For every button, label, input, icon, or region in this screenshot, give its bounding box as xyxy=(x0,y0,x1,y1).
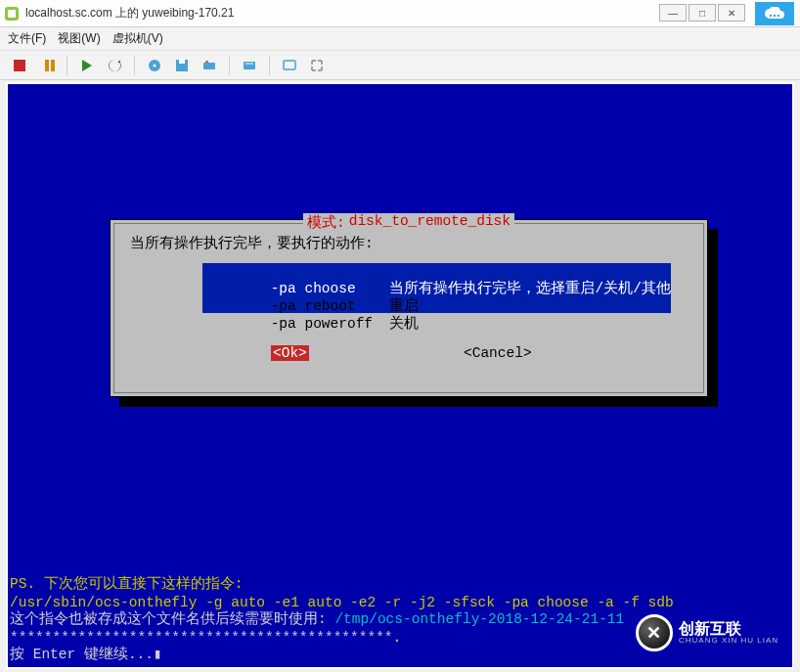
menubar: 文件(F) 视图(W) 虚拟机(V) xyxy=(0,27,800,51)
window-titlebar: localhost.sc.com 上的 yuweibing-170.21 — □… xyxy=(0,0,800,27)
svg-point-6 xyxy=(154,64,156,67)
toolbar-sep xyxy=(269,56,270,75)
watermark-en: CHUANG XIN HU LIAN xyxy=(679,637,778,646)
snapshot-icon xyxy=(242,58,257,73)
cancel-button[interactable]: <Cancel> xyxy=(462,345,534,361)
menu-vm[interactable]: 虚拟机(V) xyxy=(112,30,163,47)
dialog-title-label: 模式: xyxy=(307,213,345,232)
option-desc: 当所有操作执行完毕，选择重启/关机/其他 xyxy=(389,281,670,296)
pause-button[interactable] xyxy=(35,54,59,77)
svg-rect-10 xyxy=(205,61,208,64)
nic-icon xyxy=(201,58,217,73)
option-desc: 关机 xyxy=(389,316,419,332)
refresh-icon xyxy=(107,58,122,73)
terminal-command: /usr/sbin/ocs-onthefly -g auto -e1 auto … xyxy=(10,595,674,610)
toolbar-sep xyxy=(229,56,230,75)
option-flag: -pa poweroff xyxy=(271,316,373,332)
vm-console[interactable]: 模式: disk_to_remote_disk 当所有操作执行完毕，要执行的动作… xyxy=(6,82,794,669)
dialog-title-value: disk_to_remote_disk xyxy=(349,213,511,232)
watermark-cn: 创新互联 xyxy=(679,620,778,638)
pause-icon xyxy=(45,60,49,71)
stop-button[interactable] xyxy=(8,54,31,77)
watermark-logo-icon: ✕ xyxy=(636,614,673,651)
play-icon xyxy=(82,60,92,71)
floppy-button[interactable] xyxy=(170,54,194,77)
dialog-box: 模式: disk_to_remote_disk 当所有操作执行完毕，要执行的动作… xyxy=(110,219,708,397)
svg-rect-1 xyxy=(8,10,16,18)
cloud-sync-icon[interactable] xyxy=(755,2,794,25)
toolbar-sep xyxy=(67,56,67,75)
maximize-button[interactable]: □ xyxy=(689,4,716,22)
terminal-hint: PS. 下次您可以直接下这样的指令: xyxy=(10,574,244,593)
terminal-stars: ****************************************… xyxy=(10,630,401,646)
window-title: localhost.sc.com 上的 yuweibing-170.21 xyxy=(25,5,234,22)
dialog-title: 模式: disk_to_remote_disk xyxy=(303,213,514,232)
svg-rect-9 xyxy=(203,63,215,69)
svg-rect-8 xyxy=(179,60,185,64)
svg-point-4 xyxy=(778,15,779,17)
minimize-button[interactable]: — xyxy=(659,4,687,22)
stop-icon xyxy=(14,60,25,71)
refresh-button[interactable] xyxy=(103,54,126,77)
menu-view[interactable]: 视图(W) xyxy=(58,30,100,47)
dialog-border: 模式: disk_to_remote_disk 当所有操作执行完毕，要执行的动作… xyxy=(113,223,704,393)
fullscreen-button[interactable] xyxy=(305,54,329,77)
svg-point-2 xyxy=(770,15,772,17)
svg-point-3 xyxy=(774,15,776,17)
terminal-prompt: 按 Enter 键继续...▮ xyxy=(10,645,162,663)
toolbar xyxy=(0,51,800,80)
cd-icon xyxy=(147,58,162,73)
svg-rect-12 xyxy=(284,61,295,69)
nic-button[interactable] xyxy=(198,54,221,77)
console-button[interactable] xyxy=(278,54,301,77)
dialog-prompt: 当所有操作执行完毕，要执行的动作: xyxy=(130,234,374,252)
close-button[interactable]: ✕ xyxy=(718,4,745,22)
svg-rect-11 xyxy=(244,62,255,69)
toolbar-sep xyxy=(134,56,135,75)
console-icon xyxy=(282,58,297,73)
floppy-icon xyxy=(174,58,190,73)
fullscreen-icon xyxy=(309,58,325,73)
option-pa-poweroff[interactable]: -pa poweroff 关机 xyxy=(202,298,419,348)
watermark: ✕ 创新互联 CHUANG XIN HU LIAN xyxy=(636,614,778,651)
cd-button[interactable] xyxy=(143,54,166,77)
snapshot-button[interactable] xyxy=(238,54,261,77)
terminal-saveinfo: 这个指令也被存成这个文件名供后续需要时使用: /tmp/ocs-onthefly… xyxy=(10,609,624,628)
vsphere-icon xyxy=(4,6,20,22)
menu-file[interactable]: 文件(F) xyxy=(8,30,46,47)
play-button[interactable] xyxy=(75,54,99,77)
ok-button[interactable]: <Ok> xyxy=(271,345,309,361)
